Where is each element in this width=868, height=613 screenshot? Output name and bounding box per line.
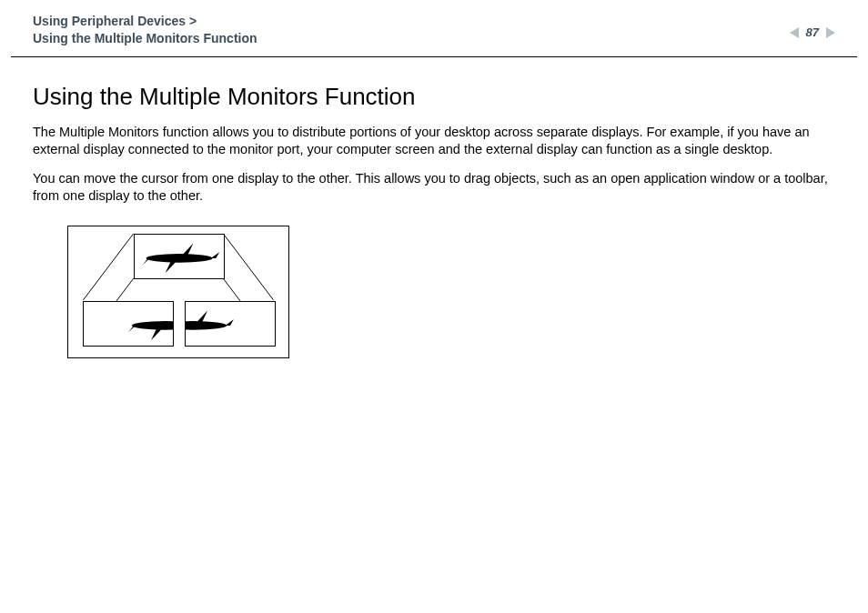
multi-monitor-diagram	[67, 226, 289, 358]
page-content: Using the Multiple Monitors Function The…	[0, 57, 868, 358]
page-number: 87	[804, 25, 821, 39]
airplane-full-icon	[135, 235, 224, 278]
page-title: Using the Multiple Monitors Function	[33, 83, 835, 111]
airplane-left-half-icon	[84, 302, 173, 346]
breadcrumb-section: Using Peripheral Devices	[33, 13, 257, 30]
breadcrumb-page: Using the Multiple Monitors Function	[33, 30, 257, 47]
svg-marker-5	[211, 252, 220, 258]
svg-line-0	[83, 234, 133, 300]
document-page: Using Peripheral Devices Using the Multi…	[0, 0, 868, 613]
svg-line-2	[223, 234, 273, 300]
page-header: Using Peripheral Devices Using the Multi…	[0, 0, 868, 56]
prev-page-arrow-icon[interactable]	[790, 27, 799, 38]
paragraph-2: You can move the cursor from one display…	[33, 170, 835, 206]
svg-point-4	[146, 254, 213, 263]
paragraph-1: The Multiple Monitors function allows yo…	[33, 124, 835, 159]
page-nav: 87	[790, 25, 835, 39]
airplane-right-half-icon	[186, 302, 275, 346]
svg-marker-13	[225, 319, 234, 326]
svg-point-12	[186, 321, 227, 330]
diagram-right-screen	[185, 301, 276, 347]
next-page-arrow-icon[interactable]	[826, 27, 835, 38]
diagram-source-screen	[134, 234, 225, 279]
breadcrumb: Using Peripheral Devices Using the Multi…	[33, 13, 257, 47]
diagram-left-screen	[83, 301, 174, 347]
svg-point-9	[132, 321, 173, 330]
